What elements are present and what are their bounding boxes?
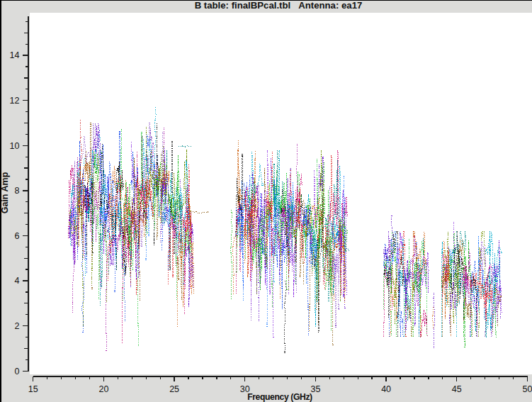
svg-text:20: 20	[99, 384, 109, 394]
svg-text:15: 15	[28, 384, 38, 394]
svg-text:8: 8	[15, 186, 20, 196]
svg-text:4: 4	[15, 276, 20, 286]
svg-text:25: 25	[169, 384, 179, 394]
svg-text:Gain Amp: Gain Amp	[0, 172, 10, 213]
svg-text:45: 45	[452, 384, 462, 394]
svg-text:40: 40	[381, 384, 391, 394]
svg-text:B table: finalBPcal.tbl Ante: B table: finalBPcal.tbl Antenna: ea17	[195, 0, 363, 11]
svg-text:14: 14	[10, 50, 20, 60]
svg-text:0: 0	[15, 367, 20, 376]
svg-text:6: 6	[15, 231, 20, 241]
svg-text:10: 10	[10, 141, 20, 151]
svg-text:12: 12	[10, 96, 20, 106]
svg-text:Frequency (GHz): Frequency (GHz)	[247, 392, 312, 402]
svg-text:2: 2	[15, 321, 20, 331]
svg-text:50: 50	[522, 384, 532, 394]
